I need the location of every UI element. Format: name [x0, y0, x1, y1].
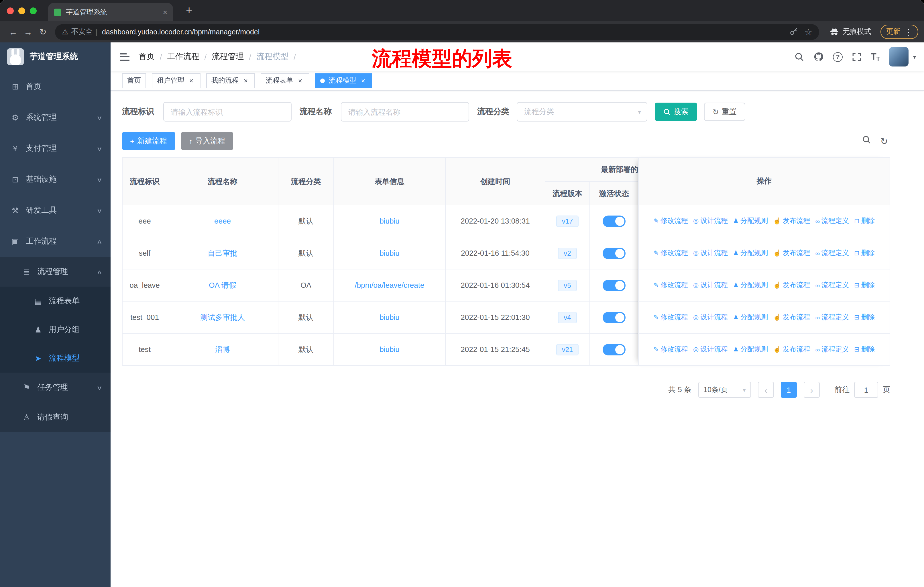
goto-page-input[interactable] [854, 382, 878, 398]
page-size-select[interactable]: 10条/页 ▾ [698, 382, 751, 398]
delete-action[interactable]: ⊟ 删除 [854, 248, 875, 258]
forward-icon[interactable]: → [21, 24, 36, 39]
form-info-link[interactable]: /bpm/oa/leave/create [355, 281, 424, 289]
process-definition-action[interactable]: ∞ 流程定义 [815, 344, 849, 354]
delete-action[interactable]: ⊟ 删除 [854, 280, 875, 290]
sidebar-item-process-management[interactable]: ≣ 流程管理 ∧ [0, 257, 111, 287]
assign-rule-action[interactable]: ♟ 分配规则 [733, 280, 768, 290]
publish-process-action[interactable]: ☝ 发布流程 [773, 280, 810, 290]
process-name-link[interactable]: 自己审批 [208, 248, 238, 258]
toggle-search-icon[interactable] [862, 135, 871, 147]
tab-close-icon[interactable]: × [163, 8, 167, 17]
refresh-table-icon[interactable]: ↻ [880, 136, 888, 147]
design-process-action[interactable]: ◎ 设计流程 [693, 344, 728, 354]
active-toggle[interactable] [602, 215, 625, 227]
design-process-action[interactable]: ◎ 设计流程 [693, 248, 728, 258]
form-info-link[interactable]: biubiu [380, 249, 399, 257]
user-avatar[interactable] [889, 47, 909, 66]
assign-rule-action[interactable]: ♟ 分配规则 [733, 313, 768, 322]
process-name-input[interactable] [341, 102, 469, 122]
close-window-button[interactable] [7, 7, 14, 14]
process-definition-action[interactable]: ∞ 流程定义 [815, 248, 849, 258]
assign-rule-action[interactable]: ♟ 分配规则 [733, 248, 768, 258]
breadcrumb-item[interactable]: 流程模型 [256, 51, 289, 62]
help-icon[interactable]: ? [833, 52, 843, 62]
delete-action[interactable]: ⊟ 删除 [854, 313, 875, 322]
form-info-link[interactable]: biubiu [380, 313, 399, 322]
tag-close-icon[interactable]: × [296, 76, 304, 84]
active-toggle[interactable] [602, 279, 625, 291]
browser-update-button[interactable]: 更新 ⋮ [881, 25, 918, 39]
key-icon[interactable] [789, 28, 798, 36]
process-name-link[interactable]: 滔博 [215, 344, 230, 355]
design-process-action[interactable]: ◎ 设计流程 [693, 280, 728, 290]
address-bar[interactable]: ⚠ 不安全 | dashboard.yudao.iocoder.cn/bpm/m… [55, 24, 819, 40]
sidebar-item-home[interactable]: ⊞ 首页 [0, 71, 111, 102]
modify-process-action[interactable]: ✎ 修改流程 [653, 313, 688, 322]
publish-process-action[interactable]: ☝ 发布流程 [773, 216, 810, 226]
form-info-link[interactable]: biubiu [380, 217, 399, 225]
browser-tab[interactable]: 芋道管理系统 × [48, 3, 173, 21]
tag-tenant[interactable]: 租户管理 × [152, 73, 201, 88]
sidebar-item-process-form[interactable]: ▤ 流程表单 [0, 287, 111, 315]
process-name-link[interactable]: eeee [214, 217, 231, 225]
tag-close-icon[interactable]: × [242, 76, 250, 84]
assign-rule-action[interactable]: ♟ 分配规则 [733, 216, 768, 226]
design-process-action[interactable]: ◎ 设计流程 [693, 313, 728, 322]
tag-process-form[interactable]: 流程表单 × [261, 73, 309, 88]
maximize-window-button[interactable] [30, 7, 37, 14]
search-button[interactable]: 搜索 [655, 103, 697, 121]
reload-icon[interactable]: ↻ [36, 24, 50, 39]
sidebar-item-system[interactable]: ⚙ 系统管理 ∨ [0, 102, 111, 133]
publish-process-action[interactable]: ☝ 发布流程 [773, 248, 810, 258]
import-process-button[interactable]: ↑ 导入流程 [181, 132, 233, 150]
create-process-button[interactable]: + 新建流程 [122, 132, 175, 150]
process-category-select[interactable]: 流程分类 ▾ [517, 102, 647, 122]
process-definition-action[interactable]: ∞ 流程定义 [815, 313, 849, 322]
tag-close-icon[interactable]: × [359, 76, 367, 84]
new-tab-button[interactable]: + [181, 2, 197, 18]
process-definition-action[interactable]: ∞ 流程定义 [815, 280, 849, 290]
sidebar-item-infrastructure[interactable]: ⊡ 基础设施 ∨ [0, 164, 111, 195]
github-icon[interactable] [813, 51, 824, 62]
prev-page-button[interactable]: ‹ [758, 382, 774, 398]
sidebar-item-process-model[interactable]: ➤ 流程模型 [0, 344, 111, 373]
sidebar-item-devtools[interactable]: ⚒ 研发工具 ∨ [0, 195, 111, 226]
tag-close-icon[interactable]: × [187, 76, 195, 84]
active-toggle[interactable] [602, 312, 625, 323]
process-name-link[interactable]: 测试多审批人 [200, 312, 245, 322]
browser-menu-icon[interactable]: ⋮ [904, 27, 912, 36]
process-definition-action[interactable]: ∞ 流程定义 [815, 216, 849, 226]
next-page-button[interactable]: › [804, 382, 820, 398]
assign-rule-action[interactable]: ♟ 分配规则 [733, 344, 768, 354]
modify-process-action[interactable]: ✎ 修改流程 [653, 280, 688, 290]
process-key-input[interactable] [163, 102, 292, 122]
page-1-button[interactable]: 1 [781, 382, 797, 398]
search-icon[interactable] [795, 52, 804, 62]
minimize-window-button[interactable] [18, 7, 25, 14]
active-toggle[interactable] [602, 344, 625, 355]
active-toggle[interactable] [602, 247, 625, 259]
font-size-icon[interactable]: TT [871, 51, 880, 62]
breadcrumb-item[interactable]: 首页 [139, 51, 155, 62]
tag-process-model[interactable]: 流程模型 × [315, 73, 372, 88]
publish-process-action[interactable]: ☝ 发布流程 [773, 344, 810, 354]
breadcrumb-item[interactable]: 流程管理 [212, 51, 244, 62]
breadcrumb-item[interactable]: 工作流程 [167, 51, 200, 62]
process-name-link[interactable]: OA 请假 [209, 280, 236, 290]
fullscreen-icon[interactable] [852, 52, 861, 62]
modify-process-action[interactable]: ✎ 修改流程 [653, 216, 688, 226]
sidebar-item-task-management[interactable]: ⚑ 任务管理 ∨ [0, 373, 111, 402]
bookmark-star-icon[interactable]: ☆ [805, 26, 812, 37]
sidebar-item-payment[interactable]: ¥ 支付管理 ∨ [0, 133, 111, 164]
modify-process-action[interactable]: ✎ 修改流程 [653, 248, 688, 258]
sidebar-item-user-group[interactable]: ♟ 用户分组 [0, 315, 111, 344]
sidebar-item-leave-query[interactable]: ♙ 请假查询 [0, 402, 111, 432]
sidebar-item-workflow[interactable]: ▣ 工作流程 ∧ [0, 226, 111, 257]
delete-action[interactable]: ⊟ 删除 [854, 216, 875, 226]
tag-home[interactable]: 首页 × [122, 73, 146, 88]
tag-my-process[interactable]: 我的流程 × [206, 73, 255, 88]
modify-process-action[interactable]: ✎ 修改流程 [653, 344, 688, 354]
publish-process-action[interactable]: ☝ 发布流程 [773, 313, 810, 322]
delete-action[interactable]: ⊟ 删除 [854, 344, 875, 354]
